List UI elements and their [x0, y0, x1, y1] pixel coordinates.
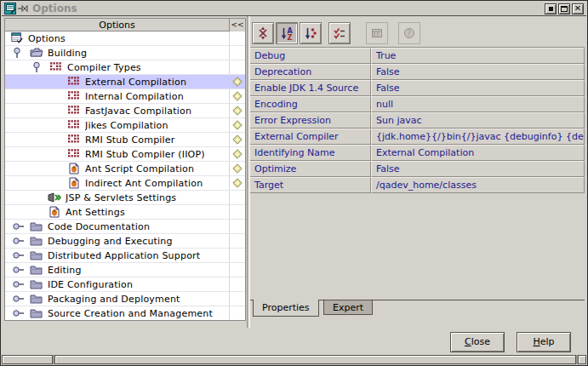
property-value[interactable]: Sun javac [371, 112, 585, 129]
collapse-column-button[interactable]: << [229, 19, 245, 31]
folder-icon [30, 278, 43, 290]
tree-item-label: Editing [48, 265, 82, 276]
folder-open-icon [30, 47, 43, 59]
property-sheet-filler [250, 194, 585, 300]
close-window-button[interactable]: ✕ [572, 3, 584, 14]
maximize-button[interactable] [558, 3, 570, 14]
property-sheet-tabs: Properties Expert [250, 300, 585, 319]
close-icon: ✕ [574, 4, 581, 13]
folder-icon [30, 249, 43, 261]
compiler-icon [67, 148, 81, 160]
tree-item-label: Options [28, 33, 66, 44]
tree-item-jikes-compilation[interactable]: Jikes Compilation [5, 118, 245, 133]
tree-item-indirect-ant-compilation[interactable]: Indirect Ant Compilation [5, 176, 245, 191]
tree-item-options[interactable]: Options [5, 31, 245, 46]
default-badge-icon [232, 178, 243, 188]
minimize-button[interactable] [545, 3, 557, 14]
property-value[interactable]: /qadev_home/classes [371, 177, 585, 193]
close-button[interactable]: Close [450, 332, 505, 352]
tree-item-external-compilation[interactable]: External Compilation [5, 75, 245, 89]
ant-icon [48, 206, 61, 218]
resize-grip-right [578, 355, 586, 364]
property-value[interactable]: True [371, 48, 585, 64]
options-tree: Options Building Compiler Types [5, 31, 245, 320]
property-name: Deprecation [250, 64, 371, 80]
expand-handle-expanded-icon[interactable] [31, 61, 49, 73]
property-row: Enable JDK 1.4 Source False [250, 80, 585, 96]
svg-text:Z: Z [288, 34, 293, 41]
tree-item-internal-compilation[interactable]: Internal Compilation [5, 89, 245, 104]
tree-item-label: Jikes Compilation [85, 120, 168, 131]
window-controls: ✕ [545, 3, 584, 14]
help-button[interactable]: Help [517, 332, 571, 352]
tree-item-label: Compiler Types [67, 62, 141, 73]
svg-text:?: ? [408, 30, 411, 37]
explorer-header-title: Options [5, 20, 229, 31]
unsorted-button[interactable] [252, 22, 274, 44]
options-window: Options ✕ Options << Options [0, 0, 588, 366]
sort-by-name-button[interactable]: A Z [276, 22, 298, 44]
tree-item-editing[interactable]: Editing [5, 263, 245, 277]
jsp-icon [48, 192, 61, 203]
tree-item-jsp-servlets-settings[interactable]: JSP & Servlets Settings [5, 191, 245, 205]
property-row: Target /qadev_home/classes [250, 177, 585, 193]
property-value[interactable]: {jdk.home}{/}bin{/}javac {debuginfo} {de… [371, 129, 585, 145]
property-sheet-toolbar: A Z [250, 18, 585, 47]
expand-handle-collapsed-icon[interactable] [12, 293, 30, 305]
tab-expert[interactable]: Expert [323, 300, 373, 315]
options-root-icon [10, 32, 24, 44]
tree-item-distributed-application-support[interactable]: Distributed Application Support [5, 249, 245, 263]
show-editable-only-icon [333, 26, 346, 40]
main-area: Options << Options Building [2, 16, 586, 328]
compiler-icon [67, 119, 81, 131]
tree-item-code-documentation[interactable]: Code Documentation [5, 220, 245, 234]
property-value[interactable]: null [371, 96, 585, 112]
property-name: Debug [250, 48, 371, 64]
dialog-footer: Close Help [2, 328, 586, 356]
tree-item-ide-configuration[interactable]: IDE Configuration [5, 277, 245, 292]
expand-handle-collapsed-icon[interactable] [12, 307, 30, 319]
default-badge-icon [232, 134, 243, 145]
property-row: Error Expression Sun javac [250, 112, 585, 129]
tree-item-ant-script-compilation[interactable]: Ant Script Compilation [5, 162, 245, 176]
tree-item-ant-settings[interactable]: Ant Settings [5, 205, 245, 220]
unsorted-icon [256, 26, 270, 40]
expand-handle-collapsed-icon[interactable] [12, 235, 30, 247]
customizer-button [366, 22, 388, 44]
compiler-icon [67, 90, 81, 102]
tree-item-label: RMI Stub Compiler (IIOP) [85, 149, 205, 160]
window-title: Options [32, 3, 545, 14]
tree-item-compiler-types[interactable]: Compiler Types [5, 60, 245, 75]
tree-item-rmi-stub-compiler-iiop[interactable]: RMI Stub Compiler (IIOP) [5, 147, 245, 162]
expand-handle-collapsed-icon[interactable] [12, 278, 30, 290]
tree-item-packaging-and-deployment[interactable]: Packaging and Deployment [5, 292, 245, 306]
expand-handle-expanded-icon[interactable] [12, 47, 30, 59]
expand-handle-collapsed-icon[interactable] [12, 249, 30, 261]
property-value[interactable]: External Compilation [371, 145, 585, 161]
property-value[interactable]: False [371, 80, 585, 96]
show-editable-properties-button[interactable] [328, 22, 351, 44]
tree-item-label: FastJavac Compilation [85, 106, 191, 117]
tree-item-label: RMI Stub Compiler [85, 134, 175, 146]
property-value[interactable]: False [371, 64, 585, 80]
minimize-icon [549, 7, 553, 11]
expand-handle-collapsed-icon[interactable] [12, 220, 30, 232]
expand-handle-collapsed-icon[interactable] [12, 264, 30, 276]
tree-item-fastjavac-compilation[interactable]: FastJavac Compilation [5, 104, 245, 118]
property-sheet-panel: A Z [250, 18, 585, 321]
compiler-types-icon [49, 61, 63, 73]
tree-item-debugging-and-executing[interactable]: Debugging and Executing [5, 234, 245, 249]
tree-item-rmi-stub-compiler[interactable]: RMI Stub Compiler [5, 133, 245, 147]
property-row: External Compiler {jdk.home}{/}bin{/}jav… [250, 129, 585, 145]
explorer-header: Options << [5, 19, 245, 31]
tree-item-building[interactable]: Building [5, 46, 245, 60]
sort-by-type-button[interactable] [300, 22, 322, 44]
property-name: Optimize [250, 161, 371, 177]
tab-properties[interactable]: Properties [253, 300, 319, 317]
property-table: Debug True Deprecation False Enable JDK … [250, 47, 585, 193]
property-value[interactable]: False [371, 161, 585, 177]
pin-icon[interactable] [18, 3, 30, 14]
tree-item-source-creation-and-management[interactable]: Source Creation and Management [5, 306, 245, 320]
bottom-edge-bar [54, 355, 576, 364]
maximize-icon [561, 6, 568, 12]
